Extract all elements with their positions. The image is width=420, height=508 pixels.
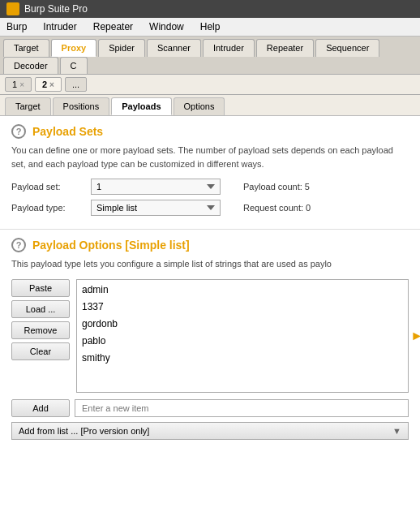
- add-row: Add: [11, 399, 409, 417]
- payload-sets-desc: You can define one or more payload sets.…: [11, 144, 409, 170]
- number-tab-bar: 1 × 2 × ...: [0, 75, 420, 95]
- menu-help[interactable]: Help: [197, 19, 224, 34]
- menu-burp[interactable]: Burp: [3, 19, 30, 34]
- payload-options-section: ? Payload Options [Simple list] This pay…: [0, 230, 420, 448]
- payload-options-help-icon[interactable]: ?: [11, 238, 26, 252]
- tab-c[interactable]: C: [60, 57, 88, 74]
- tab-num-2-label: 2: [42, 80, 47, 89]
- menu-intruder[interactable]: Intruder: [40, 19, 79, 34]
- add-button[interactable]: Add: [11, 399, 70, 417]
- tab-num-2-close[interactable]: ×: [49, 80, 54, 89]
- tab-sub-payloads[interactable]: Payloads: [111, 97, 171, 115]
- payload-sets-help-icon[interactable]: ?: [11, 124, 26, 139]
- payload-count-info: Payload count: 5: [243, 182, 310, 192]
- payload-count-label: Payload count:: [243, 182, 302, 192]
- tab-sequencer[interactable]: Sequencer: [315, 39, 379, 57]
- content-area: ? Payload Sets You can define one or mor…: [0, 116, 420, 508]
- tab-proxy[interactable]: Proxy: [51, 39, 97, 57]
- tab-num-more-label: ...: [72, 80, 79, 89]
- tab-sub-positions[interactable]: Positions: [53, 97, 110, 115]
- tab-scanner[interactable]: Scanner: [147, 39, 201, 57]
- tab-sub-target[interactable]: Target: [5, 97, 51, 115]
- request-count-label: Request count:: [243, 203, 303, 213]
- payload-type-label: Payload type:: [11, 203, 84, 213]
- menu-window[interactable]: Window: [146, 19, 187, 34]
- list-item[interactable]: smithy: [79, 350, 406, 367]
- payload-sets-header: ? Payload Sets: [11, 124, 409, 139]
- add-from-list-label: Add from list ... [Pro version only]: [19, 426, 149, 436]
- payload-sets-title: Payload Sets: [32, 125, 103, 138]
- tab-repeater[interactable]: Repeater: [256, 39, 314, 57]
- payload-list-box[interactable]: admin 1337 gordonb pablo smithy: [76, 279, 409, 393]
- add-from-list-button[interactable]: Add from list ... [Pro version only] ▼: [11, 422, 409, 440]
- list-action-buttons: Paste Load ... Remove Clear: [11, 279, 70, 393]
- tab-num-more[interactable]: ...: [65, 77, 87, 92]
- payload-set-select[interactable]: 1 2: [91, 179, 221, 195]
- payload-options-title: Payload Options [Simple list]: [32, 239, 190, 252]
- list-item[interactable]: admin: [79, 282, 406, 299]
- tab-decoder[interactable]: Decoder: [3, 57, 58, 74]
- list-box-wrapper: admin 1337 gordonb pablo smithy ►: [76, 279, 409, 393]
- list-area: Paste Load ... Remove Clear admin 1337 g…: [11, 279, 409, 393]
- tab-num-1-label: 1: [12, 80, 17, 89]
- list-arrow-icon: ►: [410, 329, 420, 343]
- menu-bar: Burp Intruder Repeater Window Help: [0, 18, 420, 37]
- tab-num-2[interactable]: 2 ×: [35, 77, 62, 92]
- payload-set-label: Payload set:: [11, 182, 84, 192]
- tab-intruder[interactable]: Intruder: [203, 39, 255, 57]
- payload-type-select[interactable]: Simple list Runtime file Custom iterator…: [91, 200, 221, 216]
- load-button[interactable]: Load ...: [11, 300, 70, 318]
- app-title: Burp Suite Pro: [24, 3, 88, 15]
- payload-type-row: Payload type: Simple list Runtime file C…: [11, 200, 409, 216]
- payload-options-header: ? Payload Options [Simple list]: [11, 238, 409, 252]
- request-count-info: Request count: 0: [243, 203, 311, 213]
- app-icon: [6, 2, 19, 15]
- payload-options-desc: This payload type lets you configure a s…: [11, 257, 409, 271]
- list-item[interactable]: pablo: [79, 333, 406, 350]
- payload-set-row: Payload set: 1 2 Payload count: 5: [11, 179, 409, 195]
- list-item[interactable]: 1337: [79, 299, 406, 316]
- menu-repeater[interactable]: Repeater: [90, 19, 136, 34]
- clear-button[interactable]: Clear: [11, 342, 70, 360]
- add-item-input[interactable]: [75, 399, 409, 417]
- title-bar: Burp Suite Pro: [0, 0, 420, 18]
- sub-tab-bar: Target Positions Payloads Options: [0, 95, 420, 116]
- remove-button[interactable]: Remove: [11, 321, 70, 339]
- tab-sub-options[interactable]: Options: [174, 97, 225, 115]
- tab-num-1-close[interactable]: ×: [19, 80, 24, 89]
- payload-count-value: 5: [305, 182, 310, 192]
- tab-num-1[interactable]: 1 ×: [5, 77, 32, 92]
- paste-button[interactable]: Paste: [11, 279, 70, 297]
- top-tab-bar: Target Proxy Spider Scanner Intruder Rep…: [0, 37, 420, 75]
- list-item[interactable]: gordonb: [79, 316, 406, 333]
- add-from-list-arrow-icon: ▼: [392, 426, 401, 436]
- tab-target[interactable]: Target: [3, 39, 49, 57]
- request-count-value: 0: [306, 203, 311, 213]
- payload-sets-section: ? Payload Sets You can define one or mor…: [0, 116, 420, 230]
- tab-spider[interactable]: Spider: [98, 39, 145, 57]
